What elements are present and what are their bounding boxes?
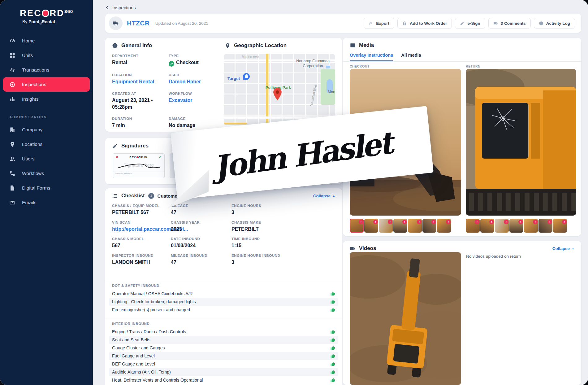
map-pin-icon <box>225 43 231 49</box>
field-label: TYPE <box>169 54 217 58</box>
checklist-item-label: DEF Gauge and Level <box>112 361 155 366</box>
breadcrumb[interactable]: Inspections <box>105 5 136 10</box>
checklist-item-label: Enging / Trans / Radio / Dash Controls <box>112 329 186 334</box>
damage-alert-badge: ! <box>402 220 407 224</box>
chevron-up-icon: ▲ <box>332 194 335 197</box>
video-thumbnail[interactable] <box>350 252 461 385</box>
photo-thumbnail[interactable]: ! <box>393 219 407 233</box>
checklist-item: Heat, Defroster Vents and Controls Opera… <box>109 376 338 384</box>
damage-alert-badge: ! <box>359 220 363 224</box>
field-label: WORKFLOW <box>169 92 217 95</box>
field-value[interactable]: Damon Haber <box>169 78 217 85</box>
photo-thumbnail[interactable]: ! <box>379 219 393 233</box>
e-sign-button[interactable]: e-Sign <box>455 18 485 29</box>
photo-thumbnail[interactable]: ! <box>480 219 494 233</box>
checklist-item: Enging / Trans / Radio / Dash Controls <box>109 328 338 336</box>
record360-logo: RECRD360 By PointofRental <box>0 8 93 25</box>
checklist-collapse-button[interactable]: Collapse▲ <box>313 194 335 198</box>
field-label: CREATED AT <box>112 92 169 95</box>
photo-thumbnail[interactable]: ! <box>509 219 523 233</box>
map-road-yellow-2 <box>224 123 247 125</box>
map-street-label: Marine Ave <box>242 55 259 59</box>
sidebar-item-emails[interactable]: Emails <box>0 195 93 210</box>
damage-alert-badge: ! <box>388 220 392 224</box>
map[interactable]: Marine Ave Northrop GrummanCorporation T… <box>224 54 335 125</box>
sidebar-item-insights[interactable]: Insights <box>0 92 93 106</box>
field-value: LANDON SMITH <box>112 259 171 266</box>
photo-thumbnail[interactable]: ! <box>364 219 378 233</box>
section-divider <box>105 280 342 280</box>
checklist-item: Operator Manual / OSHA Guidebooks A/R <box>109 290 338 298</box>
activity-log-button[interactable]: Activity Log <box>534 18 575 29</box>
sidebar-item-home[interactable]: Home <box>0 33 93 48</box>
sidebar-item-inspections[interactable]: Inspections <box>3 77 90 92</box>
damage-alert-badge: ! <box>446 220 451 224</box>
field-chassis-model: CHASSIS MODEL567 <box>112 237 171 249</box>
tab-all-media[interactable]: All media <box>401 53 421 61</box>
3-comments-button[interactable]: 3 Comments <box>488 18 531 29</box>
media-tabs: Overlay Instructions All media <box>350 53 421 61</box>
checklist-item-label: Audible Alarms (Air, Oil, Temp) <box>112 370 171 374</box>
field-inspector-inbound: INSPECTOR INBOUNDLANDON SMITH <box>112 254 171 266</box>
field-label: CHASSIS / EQUIP MODEL <box>112 204 171 208</box>
field-department: DEPARTMENTRental <box>112 54 169 67</box>
field-value: ↗Checkout <box>169 59 217 67</box>
export-icon <box>369 21 373 26</box>
signature-thumbnail[interactable]: ✕ RECRD360 ✓ Signature here Inspection R… <box>113 153 165 178</box>
field-chassis-year: CHASSIS YEAR2023 <box>171 221 231 233</box>
checklist-item-label: Gauge Cluster and Gauges <box>112 345 165 350</box>
videos-collapse-button[interactable]: Collapse▲ <box>552 246 574 251</box>
sidebar-item-label: Locations <box>22 142 42 147</box>
sidebar-item-transactions[interactable]: Transactions <box>0 63 93 77</box>
sidebar-item-company[interactable]: Company <box>0 122 93 137</box>
map-target-label: Target <box>227 76 240 81</box>
return-photo[interactable] <box>466 69 576 216</box>
chevron-left-icon <box>105 5 110 10</box>
sidebar-item-locations[interactable]: Locations <box>0 137 93 151</box>
field-value[interactable]: Equipment Rental <box>112 78 169 85</box>
thumb-up-icon <box>331 330 335 334</box>
photo-thumbnail[interactable]: ! <box>538 219 552 233</box>
field-value[interactable]: http://eportal.paccar.com/servi... <box>112 226 171 233</box>
sidebar-item-users[interactable]: Users <box>0 151 93 166</box>
damage-alert-badge: ! <box>489 220 494 224</box>
thumb-up-icon <box>331 370 335 374</box>
section-divider <box>105 318 342 318</box>
photo-thumbnail[interactable]: ! <box>524 219 538 233</box>
export-button[interactable]: Export <box>364 18 394 29</box>
photo-thumbnail[interactable]: ! <box>422 219 436 233</box>
checklist-item-label: Operator Manual / OSHA Guidebooks A/R <box>112 291 193 296</box>
map-road-label: N Aviation Blvd <box>309 85 317 107</box>
checklist-item-label: Lighting - Check for broken, damaged lig… <box>112 299 196 304</box>
videos-card: Videos Collapse▲ <box>343 241 581 385</box>
target-store-pin-icon <box>243 73 250 80</box>
field-duration: DURATION7 min <box>112 117 169 129</box>
photo-thumbnail[interactable]: ! <box>350 219 364 233</box>
field-engine-hours: ENGINE HOURS3 <box>231 204 335 216</box>
photo-thumbnail[interactable]: ! <box>437 219 451 233</box>
sidebar-item-label: Home <box>22 38 35 44</box>
photo-thumbnail[interactable]: ! <box>495 219 509 233</box>
field-created-at: CREATED ATAugust 23, 2021 - 05:28pm <box>112 92 169 110</box>
page-title: HTZCR <box>127 20 150 27</box>
photo-thumbnail[interactable]: ! <box>553 219 567 233</box>
thumb-up-icon <box>331 308 335 312</box>
tab-overlay-instructions[interactable]: Overlay Instructions <box>350 53 393 61</box>
sidebar-item-workflows[interactable]: Workflows <box>0 166 93 181</box>
general-info-card: General info DEPARTMENTRentalTYPE↗Checko… <box>105 38 342 132</box>
speedometer-icon <box>9 38 15 44</box>
photo-thumbnail[interactable]: ! <box>466 219 480 233</box>
sidebar-item-units[interactable]: Units <box>0 48 93 63</box>
button-label: 3 Comments <box>501 21 526 26</box>
field-value[interactable]: Excavator <box>169 97 217 104</box>
field-vin-scan: VIN SCANhttp://eportal.paccar.com/servi.… <box>112 221 171 233</box>
add-to-work-order-button[interactable]: Add to Work Order <box>397 18 452 29</box>
photo-thumbnail[interactable]: ! <box>408 219 422 233</box>
sidebar-item-digital-forms[interactable]: Digital Forms <box>0 181 93 195</box>
close-icon: ✕ <box>115 155 118 159</box>
field-label: LOCATION <box>112 73 169 77</box>
truck-icon <box>109 16 123 30</box>
field-label: VIN SCAN <box>112 221 171 224</box>
field-label: USER <box>169 73 217 77</box>
section-spacer <box>105 314 342 318</box>
